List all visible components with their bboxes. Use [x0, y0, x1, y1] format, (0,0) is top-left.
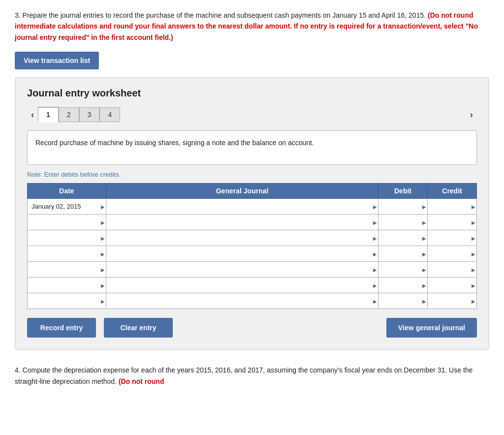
date-input[interactable] [28, 215, 106, 230]
date-input[interactable] [28, 230, 106, 246]
credit-cell: ▶ [428, 246, 477, 262]
worksheet-title: Journal entry worksheet [27, 88, 477, 99]
debit-cell: ▶ [378, 230, 428, 246]
tab-1[interactable]: 1 [38, 107, 59, 123]
clear-entry-button[interactable]: Clear entry [104, 318, 173, 338]
debit-input[interactable] [378, 246, 427, 261]
journal-input[interactable] [106, 230, 378, 246]
date-cell: ▶ [28, 246, 106, 262]
credit-cell: ▶ [428, 262, 477, 278]
journal-cell: ▶ [106, 293, 378, 309]
next-tab-button[interactable]: › [466, 108, 477, 122]
journal-cell: ▶ [106, 246, 378, 262]
debit-input[interactable] [378, 215, 427, 230]
question3-text: 3. Prepare the journal entries to record… [15, 10, 489, 43]
action-buttons-row: Record entry Clear entry View general jo… [27, 318, 477, 338]
journal-entry-worksheet: Journal entry worksheet ‹ 1 2 3 4 › Reco… [15, 77, 489, 350]
view-general-journal-button[interactable]: View general journal [386, 318, 477, 338]
credit-input[interactable] [428, 199, 476, 214]
date-input[interactable] [28, 246, 106, 261]
question4-text: 4. Compute the depreciation expense for … [15, 365, 489, 387]
credit-cell: ▶ [428, 293, 477, 309]
view-transaction-button[interactable]: View transaction list [15, 52, 99, 69]
tab-2[interactable]: 2 [59, 107, 79, 122]
credit-input[interactable] [428, 246, 476, 261]
table-row: ▶▶▶▶ [28, 230, 477, 246]
credit-cell: ▶ [428, 230, 477, 246]
credit-cell: ▶ [428, 199, 477, 215]
journal-input[interactable] [106, 215, 378, 230]
prev-tab-button[interactable]: ‹ [27, 108, 38, 122]
entry-note: Note: Enter debits before credits. [27, 171, 477, 178]
journal-cell: ▶ [106, 199, 378, 215]
date-cell: ▶ [28, 293, 106, 309]
header-credit: Credit [428, 184, 477, 199]
credit-input[interactable] [428, 293, 476, 309]
journal-cell: ▶ [106, 230, 378, 246]
credit-cell: ▶ [428, 278, 477, 293]
debit-input[interactable] [378, 293, 427, 309]
debit-cell: ▶ [378, 278, 428, 293]
debit-cell: ▶ [378, 215, 428, 230]
date-cell: ▶ [28, 278, 106, 293]
journal-table: Date General Journal Debit Credit Januar… [27, 183, 477, 309]
header-general-journal: General Journal [106, 184, 378, 199]
header-date: Date [28, 184, 106, 199]
date-input[interactable] [28, 293, 106, 309]
credit-input[interactable] [428, 215, 476, 230]
debit-cell: ▶ [378, 199, 428, 215]
journal-cell: ▶ [106, 262, 378, 278]
date-cell: ▶ [28, 230, 106, 246]
date-input[interactable] [28, 262, 106, 277]
debit-input[interactable] [378, 230, 427, 246]
table-row: ▶▶▶▶ [28, 293, 477, 309]
date-value: January 02, 2015 [28, 199, 106, 214]
table-row: January 02, 2015▶▶▶▶ [28, 199, 477, 215]
journal-input[interactable] [106, 199, 378, 214]
tab-navigation: ‹ 1 2 3 4 › [27, 107, 477, 123]
credit-input[interactable] [428, 278, 476, 293]
debit-cell: ▶ [378, 293, 428, 309]
date-cell: January 02, 2015▶ [28, 199, 106, 215]
journal-cell: ▶ [106, 278, 378, 293]
debit-input[interactable] [378, 262, 427, 277]
table-row: ▶▶▶▶ [28, 215, 477, 230]
credit-input[interactable] [428, 230, 476, 246]
entry-description: Record purchase of machine by issuing sh… [27, 130, 477, 165]
journal-input[interactable] [106, 246, 378, 261]
journal-cell: ▶ [106, 215, 378, 230]
tab-3[interactable]: 3 [79, 107, 100, 122]
credit-input[interactable] [428, 262, 476, 277]
record-entry-button[interactable]: Record entry [27, 318, 96, 338]
debit-input[interactable] [378, 199, 427, 214]
credit-cell: ▶ [428, 215, 477, 230]
journal-input[interactable] [106, 293, 378, 309]
date-cell: ▶ [28, 262, 106, 278]
debit-cell: ▶ [378, 262, 428, 278]
journal-input[interactable] [106, 278, 378, 293]
table-row: ▶▶▶▶ [28, 262, 477, 278]
debit-input[interactable] [378, 278, 427, 293]
date-cell: ▶ [28, 215, 106, 230]
date-input[interactable] [28, 278, 106, 293]
header-debit: Debit [378, 184, 428, 199]
tab-4[interactable]: 4 [99, 107, 120, 122]
table-row: ▶▶▶▶ [28, 246, 477, 262]
table-row: ▶▶▶▶ [28, 278, 477, 293]
journal-input[interactable] [106, 262, 378, 277]
debit-cell: ▶ [378, 246, 428, 262]
